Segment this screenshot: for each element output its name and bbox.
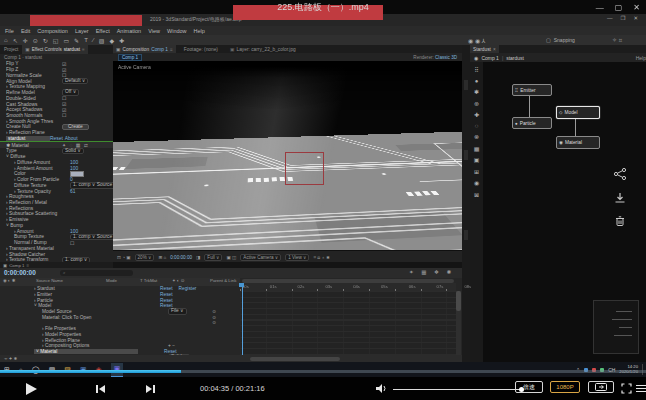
panel-minimap[interactable] [593, 300, 639, 354]
download-icon[interactable] [613, 191, 627, 205]
stardust-tool-icon[interactable]: ⊛ [474, 100, 479, 107]
composition-viewport[interactable]: Active Camera [113, 61, 462, 250]
tab-effect-controls[interactable]: ▣ Effect Controls stardust ≡ [22, 45, 87, 54]
timeline-scroll-thumb[interactable] [456, 291, 461, 311]
play-button[interactable] [26, 383, 37, 395]
playlist-icon[interactable] [636, 384, 646, 393]
menu-item[interactable]: File [5, 28, 14, 34]
snapshot-icon[interactable]: ◨ [196, 255, 200, 260]
playhead[interactable] [242, 283, 243, 355]
stardust-tool-icon[interactable]: ◌ [475, 123, 479, 129]
tool-icon[interactable]: ▭ [63, 37, 69, 44]
toolbar-extra-icons[interactable]: ✧ ⌗ [612, 35, 622, 45]
col-parent-link[interactable]: Parent & Link [210, 278, 236, 283]
node-particle[interactable]: ● Particle [512, 117, 552, 129]
minimize-icon[interactable]: — [596, 3, 604, 12]
node-model[interactable]: ◇ Model [556, 106, 600, 119]
checkbox-icon[interactable]: ▢ [546, 37, 551, 43]
viewport-right-icons[interactable]: ⌗ ⊠ ♁ ✱ [313, 255, 329, 260]
close-icon[interactable]: ✕ [633, 3, 640, 12]
tool-icon[interactable]: ✚ [119, 37, 124, 44]
playhead-handle[interactable] [239, 283, 244, 287]
roi-icons[interactable]: ▣ ◫ [226, 255, 236, 260]
tool-icon[interactable]: T [84, 37, 88, 43]
node-emitter[interactable]: ⠿ Emitter [512, 84, 552, 96]
tool-icon[interactable]: ✛ [23, 37, 28, 44]
menu-item[interactable]: Help [194, 28, 205, 34]
fullscreen-icon[interactable] [621, 383, 632, 394]
tool-icon[interactable]: ↖ [13, 37, 18, 44]
stardust-tool-icon[interactable]: ● [475, 78, 479, 84]
include-toggle-icon[interactable]: ⊙ [212, 320, 216, 325]
next-button[interactable] [146, 385, 155, 393]
node-material[interactable]: ◉ Material [556, 136, 600, 149]
speed-button[interactable]: 倍速 [515, 381, 543, 393]
volume-slider[interactable] [393, 389, 521, 390]
seekbar-played[interactable] [0, 370, 181, 373]
quality-button[interactable]: 1080P [550, 381, 580, 393]
workspace-icons[interactable]: ◉ ◉ ⅄ [468, 35, 485, 45]
close-icon[interactable]: ✕ [633, 15, 638, 21]
camera-dropdown[interactable]: Active Camera ∨ [240, 254, 281, 261]
tool-icon[interactable]: ▨ [99, 37, 105, 44]
stardust-tool-icon[interactable]: ⊞ [474, 168, 479, 175]
help-link[interactable]: Help [636, 55, 646, 61]
panel-menu-icon[interactable]: ≡ [170, 47, 173, 52]
timeline-hscroll-thumb[interactable] [250, 357, 340, 361]
tool-icon[interactable]: ↻ [43, 37, 48, 44]
include-toggle-icon[interactable]: ⊙ [212, 309, 216, 314]
tool-icon[interactable]: ⌂ [4, 37, 8, 43]
trash-icon[interactable] [613, 214, 627, 228]
viewport-timecode[interactable]: 0:00:00:00 [170, 255, 192, 260]
stardust-tool-icon[interactable]: ▣ [474, 156, 480, 163]
timeline-search-input[interactable]: ⌕ [60, 270, 133, 276]
stardust-tool-icon[interactable]: ✱ [474, 88, 479, 95]
tool-icon[interactable]: ◱ [53, 37, 59, 44]
grid-guides-icons[interactable]: ⊞ ⌂ [158, 255, 166, 260]
renderer-control[interactable]: Renderer: Classic 3D [413, 55, 457, 60]
tool-icon[interactable]: ◆ [109, 37, 114, 44]
minimize-icon[interactable]: — [607, 15, 613, 21]
maximize-icon[interactable]: ▢ [615, 3, 623, 12]
tool-icon[interactable]: ∕ [93, 37, 94, 43]
timeline-top-icons[interactable]: ✦ ▦ ❖ ✱ [409, 269, 454, 275]
menu-item[interactable]: Window [167, 28, 187, 34]
timeline-tracks[interactable] [240, 291, 456, 355]
stardust-tool-icon[interactable]: ▦ [474, 145, 480, 152]
snapping-toggle[interactable]: ▢ Snapping [546, 35, 575, 45]
view-layout-dropdown[interactable]: 1 View ∨ [285, 254, 309, 261]
close-icon[interactable]: × [493, 47, 496, 52]
col-source-name[interactable]: Source Name [36, 278, 63, 283]
menu-item[interactable]: Effect [96, 28, 110, 34]
volume-icon[interactable] [375, 383, 388, 394]
menu-item[interactable]: Composition [37, 28, 68, 34]
stardust-tool-icon[interactable]: ◉ [474, 179, 479, 186]
current-timecode[interactable]: 0:00:00:00 [4, 269, 36, 276]
previous-button[interactable] [96, 385, 105, 393]
stardust-tool-icon[interactable]: ⊠ [474, 191, 479, 198]
share-nodes-icon[interactable] [613, 167, 627, 181]
menu-item[interactable]: View [148, 28, 160, 34]
menu-item[interactable]: Animation [117, 28, 141, 34]
resolution-dropdown[interactable]: Full ∨ [204, 254, 222, 261]
viewport-left-icons[interactable]: ⊡ ◔ ▣ [117, 255, 131, 260]
timeline-bottom-icons[interactable]: ⌯ ✦ ✱ [0, 356, 17, 361]
tool-icon[interactable]: ✎ [74, 37, 79, 44]
col-trkmat[interactable]: T TrkMat [140, 278, 157, 283]
cast-button[interactable] [588, 381, 614, 393]
tab-project[interactable]: Project [0, 45, 22, 54]
col-mode[interactable]: Mode [106, 278, 117, 283]
menu-item[interactable]: Layer [75, 28, 89, 34]
effect-property-row[interactable]: ✱ Material ✦ ◌ ▦ ⇄ [0, 141, 113, 148]
tool-icon[interactable]: ⊙ [33, 37, 38, 44]
stardust-tool-icon[interactable]: ⠿ [474, 66, 478, 73]
zoom-dropdown[interactable]: 20% ∨ [135, 254, 155, 261]
menu-item[interactable]: Edit [21, 28, 30, 34]
restore-icon[interactable]: ❐ [620, 15, 625, 21]
panel-menu-icon[interactable]: ≡ [27, 263, 30, 268]
stardust-tool-icon[interactable]: ✚ [474, 111, 479, 118]
include-toggle-icon[interactable]: ⊙ [212, 315, 216, 320]
stardust-tool-icon[interactable]: ⊗ [474, 133, 479, 140]
comp-chip[interactable]: Comp 1 [118, 54, 142, 61]
node-graph-canvas[interactable]: ⠿ Emitter ● Particle ◇ Model ◉ Material [483, 62, 646, 372]
